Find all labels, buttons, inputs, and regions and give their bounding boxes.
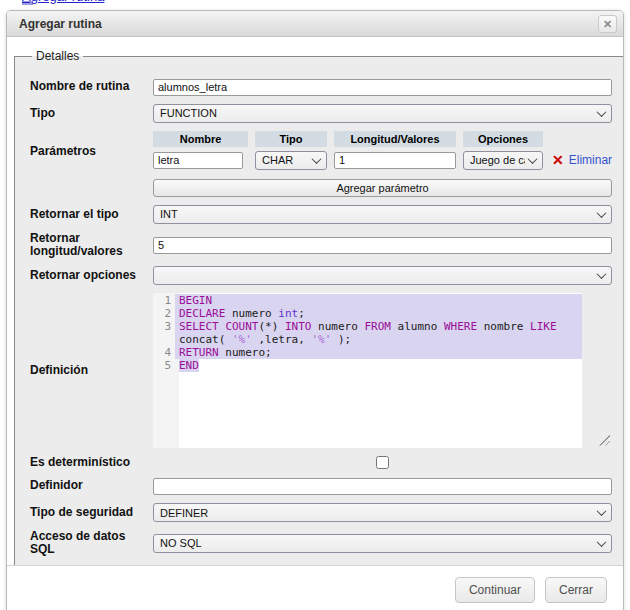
chevron-down-icon: [597, 208, 607, 218]
code-line: 1BEGIN: [153, 294, 582, 307]
param-header-options: Opciones: [463, 131, 543, 147]
dialog-buttonpane: Continuar Cerrar: [7, 565, 623, 610]
chevron-down-icon: [597, 506, 607, 516]
parameters-table: Nombre Tipo Longitud/Valores Opciones CH…: [153, 131, 612, 170]
dialog-title: Agregar rutina: [19, 17, 598, 31]
deterministic-checkbox[interactable]: [376, 456, 389, 469]
sql-access-row: Acceso de datos SQL NO SQL: [30, 530, 612, 556]
resize-grip-icon[interactable]: [597, 433, 610, 446]
details-fieldset: Detalles Nombre de rutina Tipo FUNCTION …: [14, 49, 623, 565]
sql-editor[interactable]: 1BEGIN2DECLARE numero int;3SELECT COUNT(…: [153, 293, 612, 448]
deterministic-label: Es determinístico: [30, 456, 153, 469]
dialog-content: Detalles Nombre de rutina Tipo FUNCTION …: [7, 37, 623, 565]
definition-label: Definición: [30, 364, 153, 377]
details-legend: Detalles: [32, 49, 83, 63]
type-row: Tipo FUNCTION: [30, 104, 612, 123]
continue-button[interactable]: Continuar: [455, 577, 535, 603]
param-length-input[interactable]: [334, 152, 456, 169]
add-routine-dialog: Agregar rutina ✕ Detalles Nombre de ruti…: [6, 10, 624, 610]
security-type-select[interactable]: DEFINER: [153, 503, 612, 522]
chevron-down-icon: [597, 107, 607, 117]
definer-row: Definidor: [30, 477, 612, 496]
security-type-row: Tipo de seguridad DEFINER: [30, 503, 612, 522]
chevron-down-icon: [528, 154, 538, 164]
return-length-row: Retornar longitud/valores: [30, 232, 612, 258]
security-type-label: Tipo de seguridad: [30, 506, 153, 519]
param-header-length: Longitud/Valores: [334, 131, 456, 147]
return-type-select[interactable]: INT: [153, 205, 612, 224]
chevron-down-icon: [597, 269, 607, 279]
sql-access-select[interactable]: NO SQL: [153, 534, 612, 553]
param-header-type: Tipo: [255, 131, 327, 147]
add-parameter-button[interactable]: Agregar parámetro: [153, 179, 612, 197]
return-type-row: Retornar el tipo INT: [30, 205, 612, 224]
deterministic-row: Es determinístico: [30, 456, 612, 469]
parameters-label: Parámetros: [30, 145, 153, 158]
return-length-input[interactable]: [153, 237, 612, 254]
return-options-row: Retornar opciones: [30, 266, 612, 285]
sql-access-label: Acceso de datos SQL: [30, 530, 153, 556]
return-options-label: Retornar opciones: [30, 269, 153, 282]
return-options-select[interactable]: [153, 266, 612, 285]
code-line: 3SELECT COUNT(*) INTO numero FROM alumno…: [153, 320, 582, 333]
remove-param-link[interactable]: Eliminar: [569, 153, 612, 167]
code-line: 2DECLARE numero int;: [153, 307, 582, 320]
routine-name-input[interactable]: [153, 79, 612, 96]
routine-name-row: Nombre de rutina: [30, 77, 612, 96]
definer-label: Definidor: [30, 479, 153, 492]
background-page-link: Agregar rutina: [22, 0, 104, 4]
definer-input[interactable]: [153, 478, 612, 495]
type-select-value: FUNCTION: [160, 107, 594, 119]
param-name-input[interactable]: [153, 152, 243, 169]
close-icon[interactable]: ✕: [598, 15, 617, 33]
definition-row: Definición 1BEGIN2DECLARE numero int;3SE…: [30, 293, 612, 448]
editor-scroll-area: [582, 293, 612, 448]
param-type-select[interactable]: CHAR: [255, 151, 327, 170]
dialog-titlebar[interactable]: Agregar rutina ✕: [7, 11, 623, 37]
type-label: Tipo: [30, 107, 153, 120]
parameters-row: Parámetros Nombre Tipo Longitud/Valores …: [30, 131, 612, 197]
code-line: 5END: [153, 359, 582, 372]
chevron-down-icon: [312, 154, 322, 164]
chevron-down-icon: [597, 537, 607, 547]
delete-icon[interactable]: ✕: [552, 152, 564, 168]
close-button[interactable]: Cerrar: [545, 577, 607, 603]
param-header-name: Nombre: [153, 131, 248, 147]
code-line: concat( '%' ,letra, '%' );: [153, 333, 582, 346]
routine-name-label: Nombre de rutina: [30, 80, 153, 93]
code-line: 4RETURN numero;: [153, 346, 582, 359]
background-page-link-strip: Agregar rutina: [0, 0, 630, 8]
return-length-label: Retornar longitud/valores: [30, 232, 153, 258]
return-type-label: Retornar el tipo: [30, 208, 153, 221]
type-select[interactable]: FUNCTION: [153, 104, 612, 123]
editor-code[interactable]: 1BEGIN2DECLARE numero int;3SELECT COUNT(…: [153, 294, 582, 372]
param-options-select[interactable]: Juego de ca: [463, 151, 543, 170]
param-remove: ✕ Eliminar: [550, 152, 612, 168]
